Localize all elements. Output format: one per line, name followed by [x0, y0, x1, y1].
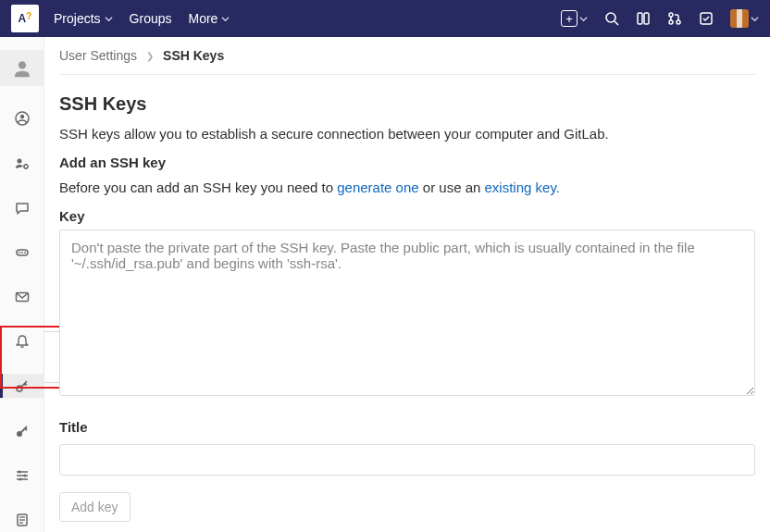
svg-point-23: [18, 470, 20, 473]
sidebar-item-notifications[interactable]: [0, 329, 44, 353]
main-content: User Settings ❯ SSH Keys SSH Keys SSH ke…: [44, 37, 770, 532]
sidebar-profile[interactable]: [0, 50, 44, 86]
sidebar-item-active-sessions[interactable]: [0, 508, 44, 532]
key-solid-icon: [15, 424, 30, 439]
add-key-button[interactable]: Add key: [59, 492, 130, 522]
bell-icon: [15, 334, 30, 349]
search-button[interactable]: [604, 11, 619, 26]
user-avatar-icon: [12, 58, 32, 79]
brand-logo[interactable]: A?: [11, 5, 39, 32]
svg-line-1: [615, 21, 618, 25]
key-icon: [15, 378, 30, 393]
todos-button[interactable]: [699, 11, 714, 26]
link-existing-key[interactable]: existing key.: [485, 179, 560, 195]
document-icon: [15, 513, 30, 527]
merge-requests-button[interactable]: [667, 11, 682, 26]
issues-icon: [636, 11, 651, 26]
chevron-down-icon: [751, 15, 759, 23]
svg-point-11: [17, 158, 21, 163]
svg-point-25: [19, 477, 21, 480]
sidebar: [0, 37, 44, 532]
hint-text-2: or use an: [419, 179, 485, 195]
page-title: SSH Keys: [59, 93, 755, 115]
key-field-label: Key: [59, 208, 755, 224]
sidebar-item-applications[interactable]: [0, 151, 44, 175]
sliders-icon: [15, 468, 30, 483]
sidebar-item-ssh-keys[interactable]: [0, 374, 44, 398]
todo-icon: [699, 11, 714, 26]
nav-more-label: More: [189, 11, 218, 26]
chevron-down-icon: [105, 15, 113, 23]
svg-point-15: [21, 252, 23, 254]
chevron-right-icon: ❯: [146, 51, 154, 61]
add-key-heading: Add an SSH key: [59, 155, 755, 170]
plus-icon: +: [561, 10, 578, 27]
sidebar-item-gpg-keys[interactable]: [0, 418, 44, 442]
svg-point-12: [24, 165, 28, 168]
link-generate-one[interactable]: generate one: [337, 179, 418, 195]
svg-point-8: [18, 61, 25, 68]
nav-groups[interactable]: Groups: [130, 11, 172, 26]
user-gear-icon: [15, 156, 30, 171]
nav-projects[interactable]: Projects: [54, 11, 113, 26]
svg-point-10: [19, 115, 23, 118]
breadcrumb-root[interactable]: User Settings: [59, 48, 137, 63]
new-dropdown[interactable]: +: [561, 10, 588, 27]
chat-icon: [15, 201, 30, 216]
breadcrumb-current: SSH Keys: [163, 48, 224, 63]
svg-rect-3: [644, 13, 649, 24]
key-textarea[interactable]: [59, 229, 755, 396]
svg-point-4: [669, 13, 673, 17]
title-field-label: Title: [59, 419, 755, 435]
search-icon: [604, 11, 619, 26]
token-icon: [15, 245, 30, 260]
top-nav: A? Projects Groups More +: [0, 0, 770, 37]
issues-button[interactable]: [636, 11, 651, 26]
sidebar-item-emails[interactable]: [0, 285, 44, 309]
svg-point-16: [24, 252, 26, 254]
svg-point-0: [606, 13, 615, 22]
add-key-hint: Before you can add an SSH key you need t…: [59, 179, 755, 195]
sidebar-item-chat[interactable]: [0, 196, 44, 220]
svg-rect-2: [638, 13, 642, 24]
breadcrumb: User Settings ❯ SSH Keys: [59, 48, 755, 75]
hint-text-1: Before you can add an SSH key you need t…: [59, 179, 337, 195]
sidebar-item-preferences[interactable]: [0, 464, 44, 488]
nav-projects-label: Projects: [54, 11, 101, 26]
user-menu[interactable]: [730, 9, 759, 28]
sidebar-item-account[interactable]: [0, 106, 44, 130]
page-description: SSH keys allow you to establish a secure…: [59, 126, 755, 142]
nav-more[interactable]: More: [189, 11, 230, 26]
nav-groups-label: Groups: [130, 11, 172, 26]
avatar: [730, 9, 749, 28]
svg-point-5: [669, 20, 673, 24]
svg-point-24: [23, 474, 26, 476]
user-circle-icon: [15, 111, 30, 126]
merge-request-icon: [667, 11, 682, 26]
chevron-down-icon: [221, 15, 230, 23]
mail-icon: [15, 290, 30, 304]
svg-point-14: [19, 252, 20, 254]
svg-point-6: [677, 20, 680, 24]
sidebar-item-access-tokens[interactable]: [0, 241, 44, 265]
chevron-down-icon: [579, 15, 588, 23]
title-input[interactable]: [59, 444, 755, 476]
